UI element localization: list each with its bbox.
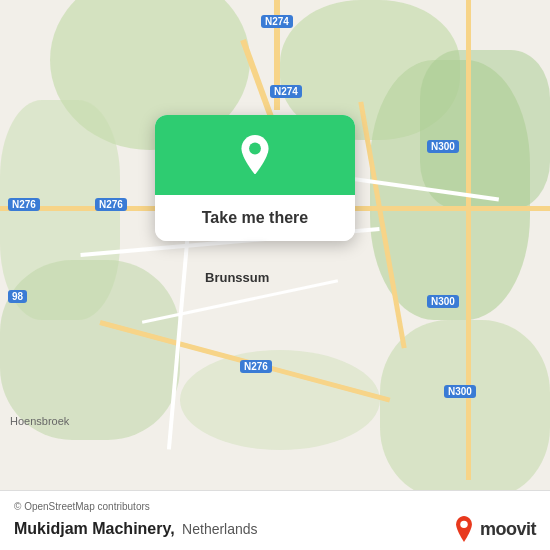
popup-card: Take me there <box>155 115 355 241</box>
road-label-n274-1: N274 <box>261 15 293 28</box>
road-label-n276-3: N276 <box>240 360 272 373</box>
bottom-bar: © OpenStreetMap contributors Mukidjam Ma… <box>0 490 550 550</box>
brunssum-label: Brunssum <box>205 270 269 285</box>
location-pin-icon <box>233 135 277 179</box>
moovit-brand-text: moovit <box>480 519 536 540</box>
hoensbroek-label: Hoensbroek <box>10 415 69 427</box>
title-row: Mukidjam Machinery, Netherlands moovit <box>14 516 536 542</box>
road-label-n300-2: N300 <box>427 295 459 308</box>
road-label-n300-3: N300 <box>444 385 476 398</box>
take-me-there-button[interactable]: Take me there <box>155 195 355 241</box>
location-info: Mukidjam Machinery, Netherlands <box>14 520 258 538</box>
location-name: Mukidjam Machinery, <box>14 520 175 537</box>
road-label-n276-1: N276 <box>8 198 40 211</box>
svg-point-1 <box>460 521 467 528</box>
road-label-n276-2: N276 <box>95 198 127 211</box>
popup-green-header <box>155 115 355 195</box>
green-area <box>180 350 380 450</box>
green-area <box>420 50 550 210</box>
road-n300-v <box>466 0 471 480</box>
moovit-pin-icon <box>453 516 475 542</box>
moovit-logo: moovit <box>453 516 536 542</box>
copyright-text: © OpenStreetMap contributors <box>14 501 536 512</box>
green-area <box>0 260 180 440</box>
map-container: N274 N274 N276 N276 N276 N300 N300 N300 … <box>0 0 550 550</box>
svg-point-0 <box>249 143 261 155</box>
road-label-n300-1: N300 <box>427 140 459 153</box>
country-name: Netherlands <box>182 521 258 537</box>
road-label-n274-2: N274 <box>270 85 302 98</box>
road-label-n300-left: 98 <box>8 290 27 303</box>
